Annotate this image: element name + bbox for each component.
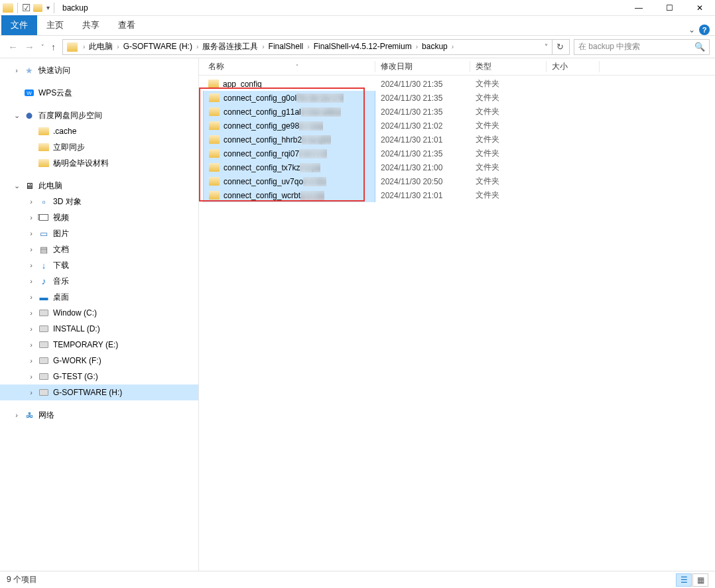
view-details-button[interactable]: ☰ xyxy=(676,573,692,587)
cell-name: connect_config_ge98s r osa xyxy=(203,119,375,133)
chevron-right-icon[interactable]: › xyxy=(28,325,34,333)
desk-icon xyxy=(38,292,49,302)
tab-share[interactable]: 共享 xyxy=(73,15,109,35)
chevron-right-icon[interactable]: › xyxy=(28,245,34,253)
sidebar-item--[interactable]: ›文档 xyxy=(0,241,198,257)
sidebar-item--[interactable]: ›图片 xyxy=(0,225,198,241)
column-header-size[interactable]: 大小 xyxy=(547,61,600,72)
qat-customize-icon[interactable]: ▾ xyxy=(46,5,50,11)
help-icon[interactable]: ? xyxy=(699,25,710,35)
forward-button[interactable]: → xyxy=(25,41,34,52)
sidebar-item-baidu[interactable]: ⌄ 百度网盘同步空间 xyxy=(0,107,198,123)
sidebar-item-folder[interactable]: ›.cache xyxy=(0,123,198,139)
breadcrumb-sep[interactable]: › xyxy=(413,43,421,50)
search-input[interactable]: 在 backup 中搜索 🔍 xyxy=(574,39,710,55)
tab-view[interactable]: 查看 xyxy=(109,15,145,35)
history-dropdown-icon[interactable]: ˅ xyxy=(41,44,44,50)
file-row[interactable]: connect_config_hhrb2n ra q502024/11/30 2… xyxy=(199,133,715,147)
ribbon-tabs: 文件 主页 共享 查看 ⌄ ? xyxy=(0,16,715,36)
sidebar-item--[interactable]: ›视频 xyxy=(0,209,198,225)
chevron-right-icon[interactable]: › xyxy=(28,198,34,206)
breadcrumb-sep[interactable]: › xyxy=(114,43,121,50)
chevron-right-icon[interactable]: › xyxy=(28,261,34,269)
cell-name: connect_config_rqi07r m l l cf xyxy=(203,147,375,160)
column-header-type[interactable]: 类型 xyxy=(470,61,547,72)
file-row[interactable]: connect_config_g0ol7ln 3e 1lv 2 92024/11… xyxy=(199,91,715,105)
sidebar-item-thispc[interactable]: ⌄ 此电脑 xyxy=(0,178,198,194)
breadcrumb-segment[interactable]: G-SOFTWARE (H:) xyxy=(122,42,194,51)
chevron-right-icon[interactable]: › xyxy=(28,229,34,237)
sidebar-item-folder[interactable]: ›立即同步 xyxy=(0,139,198,155)
sidebar-item--[interactable]: ›下载 xyxy=(0,257,198,273)
chevron-right-icon[interactable]: › xyxy=(28,309,34,317)
file-row[interactable]: app_config2024/11/30 21:35文件夹 xyxy=(199,77,715,91)
sidebar-item-3d-[interactable]: ›3D 对象 xyxy=(0,194,198,209)
sidebar-item-quickaccess[interactable]: › 快速访问 xyxy=(0,62,198,78)
sidebar-item-network[interactable]: › 网络 xyxy=(0,407,198,423)
file-list: 名称 ˄ 修改日期 类型 大小 app_config2024/11/30 21:… xyxy=(199,58,715,571)
breadcrumb-segment[interactable]: FinalShell xyxy=(267,42,305,51)
chevron-down-icon[interactable]: ⌄ xyxy=(13,182,20,190)
breadcrumb-segment[interactable]: backup xyxy=(421,42,449,51)
chevron-right-icon[interactable]: › xyxy=(13,411,20,419)
tab-home[interactable]: 主页 xyxy=(37,15,73,35)
sidebar-item-install-d-[interactable]: ›INSTALL (D:) xyxy=(0,321,198,337)
qat-properties-icon[interactable]: ☑ xyxy=(22,3,31,13)
chevron-right-icon[interactable]: › xyxy=(28,277,34,285)
sidebar-item-g-work-f-[interactable]: ›G-WORK (F:) xyxy=(0,353,198,369)
navigation-bar: ← → ˅ ↑ › 此电脑›G-SOFTWARE (H:)›服务器连接工具›Fi… xyxy=(0,36,715,58)
file-row[interactable]: connect_config_ge98s r osa2024/11/30 21:… xyxy=(199,119,715,133)
breadcrumb-sep[interactable]: › xyxy=(259,43,267,50)
file-row[interactable]: connect_config_wcrbtu n rxk2024/11/30 21… xyxy=(199,188,715,202)
sidebar-item-wps[interactable]: › W WPS云盘 xyxy=(0,85,198,101)
chevron-right-icon[interactable]: › xyxy=(28,341,34,349)
breadcrumb-sep[interactable]: › xyxy=(449,43,456,50)
refresh-button[interactable]: ↻ xyxy=(552,40,568,54)
address-history-icon[interactable]: ˅ xyxy=(541,43,552,50)
chevron-right-icon[interactable]: › xyxy=(28,388,34,396)
nav-arrows: ← → ˅ ↑ xyxy=(5,41,58,52)
breadcrumb-sep[interactable]: › xyxy=(304,43,312,50)
sidebar-item-g-software-h-[interactable]: ›G-SOFTWARE (H:) xyxy=(0,384,198,400)
chevron-right-icon[interactable]: › xyxy=(28,373,34,381)
file-rows[interactable]: app_config2024/11/30 21:35文件夹connect_con… xyxy=(199,76,715,571)
sidebar-item--[interactable]: ›音乐 xyxy=(0,273,198,289)
chevron-right-icon[interactable]: › xyxy=(28,213,34,221)
chevron-right-icon[interactable]: › xyxy=(13,66,20,74)
breadcrumb-segment[interactable]: 服务器连接工具 xyxy=(201,42,259,51)
chevron-right-icon[interactable]: › xyxy=(28,357,34,365)
sidebar-item-g-test-g-[interactable]: ›G-TEST (G:) xyxy=(0,369,198,384)
ribbon-expand-icon[interactable]: ⌄ xyxy=(688,25,695,34)
view-switcher: ☰ ▦ xyxy=(676,573,708,587)
file-row[interactable]: connect_config_tx7kzr n pa2024/11/30 21:… xyxy=(199,160,715,174)
file-row[interactable]: connect_config_uv7qov n 0lx2024/11/30 20… xyxy=(199,174,715,188)
address-bar[interactable]: › 此电脑›G-SOFTWARE (H:)›服务器连接工具›FinalShell… xyxy=(62,39,570,55)
maximize-button[interactable]: ☐ xyxy=(654,0,684,16)
sidebar-item--[interactable]: ›桌面 xyxy=(0,289,198,305)
navigation-tree[interactable]: › 快速访问 › W WPS云盘 ⌄ 百度网盘同步空间 ›.cache›立即同步… xyxy=(0,58,199,571)
breadcrumb-segment[interactable]: 此电脑 xyxy=(88,42,114,51)
column-header-date[interactable]: 修改日期 xyxy=(375,61,470,72)
back-button[interactable]: ← xyxy=(8,41,18,52)
column-header-name[interactable]: 名称 ˄ xyxy=(203,61,375,72)
up-button[interactable]: ↑ xyxy=(51,42,56,52)
qat-open-icon[interactable] xyxy=(33,4,42,12)
folder-icon xyxy=(209,121,220,130)
breadcrumb-sep[interactable]: › xyxy=(80,43,88,50)
column-label: 大小 xyxy=(552,61,568,72)
chevron-down-icon[interactable]: ⌄ xyxy=(13,111,20,120)
file-row[interactable]: connect_config_g11alv rnw a4kw2024/11/30… xyxy=(199,105,715,119)
sidebar-item-temporary-e-[interactable]: ›TEMPORARY (E:) xyxy=(0,337,198,353)
sidebar-item-window-c-[interactable]: ›Window (C:) xyxy=(0,305,198,321)
sidebar-item-folder[interactable]: ›杨明金毕设材料 xyxy=(0,155,198,171)
breadcrumb-segment[interactable]: FinalShell-v4.5.12-Premium xyxy=(312,42,413,51)
view-icons-button[interactable]: ▦ xyxy=(692,573,708,587)
file-row[interactable]: connect_config_rqi07r m l l cf2024/11/30… xyxy=(199,147,715,160)
breadcrumb-sep[interactable]: › xyxy=(194,43,201,50)
chevron-right-icon[interactable]: › xyxy=(28,293,34,301)
cell-date: 2024/11/30 21:00 xyxy=(375,160,470,174)
close-button[interactable]: ✕ xyxy=(684,0,715,16)
tab-file[interactable]: 文件 xyxy=(1,15,37,35)
cell-type: 文件夹 xyxy=(470,160,547,174)
minimize-button[interactable]: — xyxy=(623,0,654,16)
